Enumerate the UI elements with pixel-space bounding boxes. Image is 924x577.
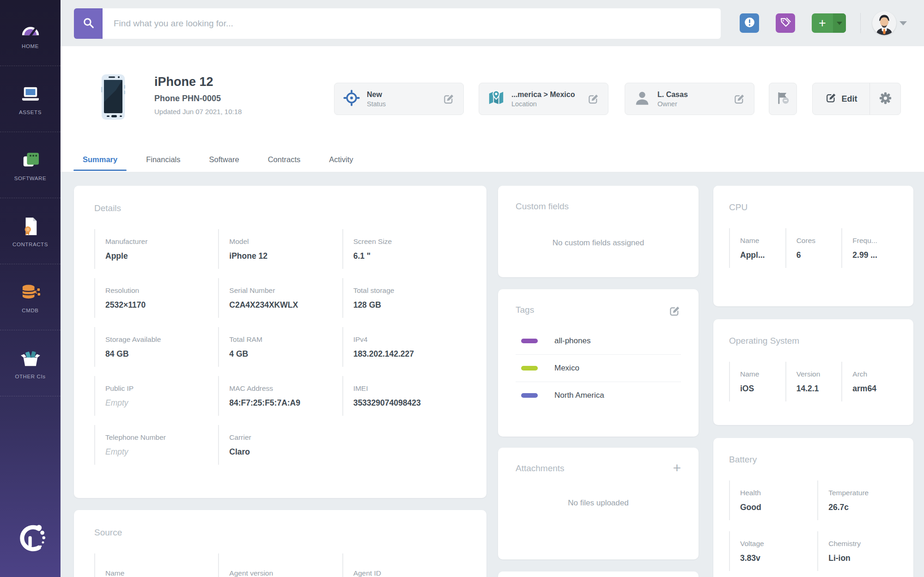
tab-contracts[interactable]: Contracts xyxy=(259,152,310,170)
field-agent-id: Agent ID xyxy=(342,553,466,577)
tag-list: all-phones Mexico North America xyxy=(516,328,681,409)
status-value: New xyxy=(367,91,386,99)
operating-system-panel: Operating System Name iOS Version 14.2.1… xyxy=(713,319,913,425)
settings-button[interactable] xyxy=(870,83,900,115)
field-screen-size: Screen Size 6.1 " xyxy=(342,229,466,269)
laptop-icon xyxy=(20,83,41,105)
field-mac-address: MAC Address 84:F7:25:F5:7A:A9 xyxy=(218,376,342,416)
field-battery-chemistry: Chemistry Li-ion xyxy=(817,531,898,571)
location-value: ...merica > Mexico xyxy=(511,91,575,99)
sidebar-item-label: HOME xyxy=(22,43,39,49)
cpu-panel: CPU Name Appl... Cores 6 Frequ... 2.99 .… xyxy=(713,186,913,306)
field-os-version: Version 14.2.1 xyxy=(785,362,842,401)
chevron-down-icon xyxy=(837,22,842,25)
edit-status-icon[interactable] xyxy=(443,93,455,105)
tags-icon xyxy=(780,17,791,30)
search-input[interactable] xyxy=(103,8,721,39)
edit-tags-icon[interactable] xyxy=(669,305,681,317)
phone-thumbnail xyxy=(101,74,125,122)
field-ipv4: IPv4 183.202.142.227 xyxy=(342,327,466,367)
field-total-ram: Total RAM 4 GB xyxy=(218,327,342,367)
alerts-button[interactable] xyxy=(740,13,759,33)
field-os-name: Name iOS xyxy=(729,362,785,401)
tab-software[interactable]: Software xyxy=(200,152,249,170)
edit-owner-icon[interactable] xyxy=(733,93,746,105)
topbar-divider xyxy=(860,13,861,33)
panel-title: CPU xyxy=(729,202,898,213)
field-storage-available: Storage Available 84 GB xyxy=(94,327,218,367)
source-panel: Source Name Agent version Agent ID xyxy=(74,510,486,577)
edit-label: Edit xyxy=(842,94,857,104)
add-dropdown[interactable] xyxy=(833,13,846,33)
custom-fields-panel: Custom fields No custom fields assigned xyxy=(498,186,699,277)
edit-group: Edit xyxy=(812,83,901,115)
brand-logo xyxy=(0,523,61,553)
flag-button[interactable] xyxy=(769,83,797,115)
tab-activity[interactable]: Activity xyxy=(320,152,362,170)
details-panel: Details Manufacturer Apple Model iPhone … xyxy=(74,186,486,498)
owner-value: L. Casas xyxy=(657,91,688,99)
database-network-icon xyxy=(20,281,41,304)
location-label: Location xyxy=(511,100,575,108)
add-attachment-icon[interactable]: + xyxy=(673,463,681,473)
field-battery-temperature: Temperature 26.7c xyxy=(817,480,898,520)
field-total-storage: Total storage 128 GB xyxy=(342,278,466,318)
edit-button[interactable]: Edit xyxy=(813,83,870,115)
os-fields: Name iOS Version 14.2.1 Arch arm64 xyxy=(729,362,898,401)
tab-bar: Summary Financials Software Contracts Ac… xyxy=(61,152,924,172)
owner-card[interactable]: L. Casas Owner xyxy=(625,83,754,115)
plus-icon: + xyxy=(812,13,833,33)
battery-panel: Battery Health Good Temperature 26.7c Vo… xyxy=(713,438,913,577)
panel-title: Operating System xyxy=(729,336,898,346)
edit-pencil-icon xyxy=(825,92,837,106)
sidebar-item-other-cis[interactable]: OTHER CIs xyxy=(0,330,61,396)
custom-fields-empty-message: No custom fields assigned xyxy=(516,238,681,248)
field-battery-health: Health Good xyxy=(729,480,817,520)
status-card[interactable]: New Status xyxy=(334,83,464,115)
summary-content: Details Manufacturer Apple Model iPhone … xyxy=(61,172,924,577)
sidebar-item-assets[interactable]: ASSETS xyxy=(0,66,61,132)
panel-title: Source xyxy=(94,528,466,538)
topbar: + xyxy=(61,0,924,46)
sidebar-item-label: CONTRACTS xyxy=(12,242,48,247)
field-serial-number: Serial Number C2A4X234XKWLX xyxy=(218,278,342,318)
sidebar-item-contracts[interactable]: CONTRACTS xyxy=(0,198,61,264)
field-manufacturer: Manufacturer Apple xyxy=(94,229,218,269)
source-fields: Name Agent version Agent ID xyxy=(94,553,466,577)
battery-fields: Health Good Temperature 26.7c Voltage 3.… xyxy=(729,480,898,571)
asset-detail-page: HOME ASSETS SOFT xyxy=(0,0,924,577)
location-card[interactable]: ...merica > Mexico Location xyxy=(479,83,608,115)
user-menu-chevron-icon[interactable] xyxy=(900,21,907,25)
field-carrier: Carrier Claro xyxy=(218,425,342,465)
tags-button[interactable] xyxy=(776,13,795,33)
tag-item: North America xyxy=(516,382,681,409)
field-model: Model iPhone 12 xyxy=(218,229,342,269)
sidebar-item-label: CMDB xyxy=(22,308,38,313)
map-pin-icon xyxy=(487,89,505,109)
sidebar-item-cmdb[interactable]: CMDB xyxy=(0,264,61,330)
avatar[interactable] xyxy=(872,11,896,35)
gauge-icon xyxy=(20,17,41,39)
sidebar: HOME ASSETS SOFT xyxy=(0,0,61,577)
sidebar-item-label: OTHER CIs xyxy=(15,374,45,379)
crosshair-icon xyxy=(343,89,360,109)
asset-header: iPhone 12 Phone PHN-0005 Updated Jun 07 … xyxy=(61,46,924,152)
sidebar-item-software[interactable]: SOFTWARE xyxy=(0,132,61,198)
search-button[interactable] xyxy=(74,8,103,39)
certificate-doc-icon xyxy=(22,215,39,237)
clipped-panel xyxy=(498,571,699,577)
tab-summary[interactable]: Summary xyxy=(73,152,127,170)
add-button[interactable]: + xyxy=(812,13,846,33)
cpu-fields: Name Appl... Cores 6 Frequ... 2.99 ... xyxy=(729,228,898,268)
details-fields: Manufacturer Apple Model iPhone 12 Scree… xyxy=(94,229,466,465)
page-title: iPhone 12 xyxy=(154,75,213,89)
field-cpu-cores: Cores 6 xyxy=(785,228,842,268)
tag-item: all-phones xyxy=(516,328,681,354)
edit-location-icon[interactable] xyxy=(587,93,600,105)
alert-icon xyxy=(744,17,755,30)
panel-title: Custom fields xyxy=(516,201,681,212)
field-telephone-number: Telephone Number Empty xyxy=(94,425,218,465)
sidebar-item-label: SOFTWARE xyxy=(14,176,47,181)
tab-financials[interactable]: Financials xyxy=(137,152,189,170)
sidebar-item-home[interactable]: HOME xyxy=(0,0,61,66)
